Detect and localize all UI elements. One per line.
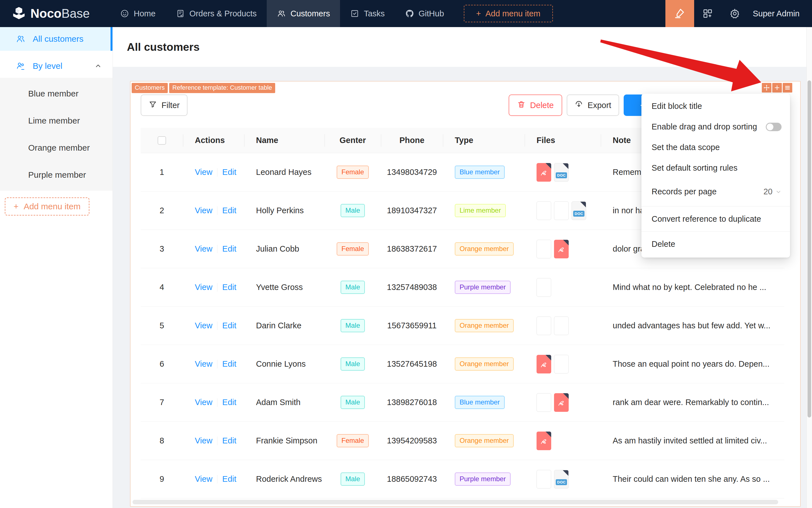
trash-icon: [517, 100, 526, 111]
name-cell: Connie Lyons: [244, 345, 324, 383]
block-designer-toolbar: [762, 83, 792, 92]
edit-link[interactable]: Edit: [222, 359, 236, 369]
edit-link[interactable]: Edit: [222, 321, 236, 330]
drag-sort-toggle[interactable]: [766, 123, 781, 131]
doc-file-icon[interactable]: DOC: [554, 470, 569, 489]
image-attachment[interactable]: [537, 201, 551, 220]
phone-cell: 18638372617: [381, 230, 443, 268]
image-attachment[interactable]: [537, 316, 551, 335]
type-cell: Orange member: [443, 307, 525, 345]
sidebar-submenu: Blue memberLime memberOrange memberPurpl…: [0, 78, 112, 191]
drag-handle-icon[interactable]: [762, 83, 771, 92]
image-attachment[interactable]: [554, 355, 569, 374]
page-title: All customers: [127, 41, 199, 53]
horizontal-scrollbar[interactable]: [133, 500, 778, 504]
people-icon: [16, 34, 26, 44]
add-block-icon[interactable]: [772, 83, 782, 92]
settings-gear-icon[interactable]: [728, 7, 741, 20]
sidebar-item-purple-member[interactable]: Purple member: [0, 161, 112, 188]
note-cell: As am hastily invited settled at limited…: [601, 422, 784, 460]
pdf-file-icon[interactable]: [537, 355, 551, 374]
image-attachment[interactable]: [554, 316, 569, 335]
view-link[interactable]: View: [195, 398, 212, 407]
image-attachment[interactable]: [537, 393, 551, 412]
logo-text-light: Base: [61, 6, 90, 20]
gender-tag: Male: [341, 319, 365, 332]
sidebar-item-blue-member[interactable]: Blue member: [0, 80, 112, 107]
edit-link[interactable]: Edit: [222, 398, 236, 407]
nav-item-github[interactable]: GitHub: [395, 0, 454, 27]
view-link[interactable]: View: [195, 359, 212, 369]
sidebar-item-all-customers[interactable]: All customers: [0, 27, 112, 51]
user-menu[interactable]: Super Admin: [753, 9, 800, 18]
view-link[interactable]: View: [195, 283, 212, 292]
menu-item-enable-drag-and-drop-sorting[interactable]: Enable drag and drop sorting: [641, 117, 790, 137]
type-cell: Purple member: [443, 268, 525, 306]
doc-file-icon[interactable]: DOC: [554, 163, 569, 182]
edit-link[interactable]: Edit: [222, 168, 236, 177]
sidebar-add-menu-item-button[interactable]: + Add menu item: [5, 198, 89, 215]
note-cell: Mind what no by kept. Celebrated no he .…: [601, 268, 784, 306]
vertical-scrollbar-thumb[interactable]: [808, 80, 811, 418]
view-link[interactable]: View: [195, 244, 212, 254]
logo-text-bold: Noco: [31, 6, 61, 20]
nav-item-customers[interactable]: Customers: [267, 0, 340, 27]
type-cell: Lime member: [443, 192, 525, 229]
select-all-checkbox[interactable]: [157, 136, 166, 145]
view-link[interactable]: View: [195, 436, 212, 446]
image-attachment[interactable]: [537, 240, 551, 258]
menu-item-delete[interactable]: Delete: [641, 233, 790, 255]
image-attachment[interactable]: [554, 201, 569, 220]
table-row: 8ViewEditFrankie SimpsonFemale1395420958…: [141, 422, 784, 460]
gender-cell: Male: [324, 345, 381, 383]
nav-item-home[interactable]: Home: [110, 0, 166, 27]
records-per-page-value[interactable]: 20: [764, 187, 772, 196]
menu-item-set-default-sorting-rules[interactable]: Set default sorting rules: [641, 158, 790, 178]
phone-cell: 13527645198: [381, 345, 443, 383]
files-cell: [525, 307, 601, 345]
edit-link[interactable]: Edit: [222, 283, 236, 292]
edit-link[interactable]: Edit: [222, 474, 236, 484]
image-attachment[interactable]: [537, 470, 551, 489]
export-button[interactable]: Export: [567, 94, 619, 116]
pdf-file-icon[interactable]: [537, 163, 551, 182]
image-attachment[interactable]: [537, 278, 551, 297]
sidebar: All customersBy levelBlue memberLime mem…: [0, 27, 113, 508]
view-link[interactable]: View: [195, 321, 212, 330]
pdf-file-icon[interactable]: [554, 240, 569, 258]
gender-cell: Female: [324, 230, 381, 268]
column-header-actions: Actions: [183, 128, 244, 153]
filter-button[interactable]: Filter: [141, 94, 187, 116]
edit-link[interactable]: Edit: [222, 206, 236, 215]
sidebar-item-lime-member[interactable]: Lime member: [0, 107, 112, 134]
nav-item-tasks[interactable]: Tasks: [340, 0, 395, 27]
doc-file-icon[interactable]: DOC: [572, 201, 586, 220]
menu-item-convert-reference-to-duplicate[interactable]: Convert reference to duplicate: [641, 208, 790, 230]
type-cell: Blue member: [443, 383, 525, 421]
view-link[interactable]: View: [195, 168, 212, 177]
note-cell: unded advantages has but few add. Yet w.…: [601, 307, 784, 345]
ui-editor-button[interactable]: [665, 0, 694, 27]
view-link[interactable]: View: [195, 474, 212, 484]
row-index: 4: [141, 268, 183, 306]
menu-item-edit-block-title[interactable]: Edit block title: [641, 96, 790, 117]
nocobase-logo[interactable]: NocoBase: [0, 5, 100, 22]
view-link[interactable]: View: [195, 206, 212, 215]
pdf-file-icon[interactable]: [537, 431, 551, 450]
navbar-add-menu-item-button[interactable]: + Add menu item: [464, 5, 553, 22]
pdf-file-icon[interactable]: [554, 393, 569, 412]
member-type-tag: Lime member: [455, 204, 506, 217]
menu-item-records-per-page[interactable]: Records per page20: [641, 178, 790, 205]
nav-item-orders-products[interactable]: Orders & Products: [166, 0, 267, 27]
plugin-manager-icon[interactable]: [702, 7, 714, 20]
sidebar-item-by-level[interactable]: By level: [0, 54, 112, 78]
delete-button[interactable]: Delete: [509, 94, 562, 116]
menu-item-set-the-data-scope[interactable]: Set the data scope: [641, 137, 790, 158]
block-settings-menu-icon[interactable]: [783, 83, 792, 92]
gender-cell: Male: [324, 383, 381, 421]
sidebar-item-orange-member[interactable]: Orange member: [0, 134, 112, 161]
orders-icon: [176, 9, 185, 18]
edit-link[interactable]: Edit: [222, 244, 236, 254]
vertical-scrollbar-track[interactable]: [806, 27, 812, 508]
edit-link[interactable]: Edit: [222, 436, 236, 446]
